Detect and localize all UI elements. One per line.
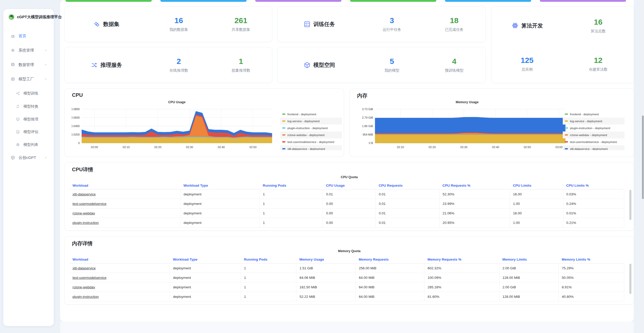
workload-link[interactable]: plugin-instruction — [72, 295, 99, 299]
sidebar-item-9[interactable]: 云创cGPT — [6, 153, 51, 163]
metric-total-instances: 125 总实例 — [492, 56, 563, 72]
column-header[interactable]: CPU Requests % — [439, 182, 510, 189]
svg-text:0: 0 — [78, 141, 80, 145]
table-cell: 1.00 — [510, 218, 563, 227]
legend-item[interactable]: xltl-dataservice - deployment — [280, 145, 342, 150]
sidebar-item-7[interactable]: 模型评估 — [6, 127, 51, 137]
sidebar-item-1[interactable]: 系统管理 — [6, 45, 51, 55]
legend-swatch-icon — [565, 113, 568, 115]
column-header[interactable]: Memory Requests — [356, 255, 424, 263]
cpu-chart-legend: frontend - deploymentlog-service - deplo… — [280, 111, 342, 150]
table-cell: 1 — [260, 218, 323, 227]
table-cell: 64.00 MiB — [356, 282, 424, 292]
legend-item[interactable]: plugin-instruction - deployment — [280, 125, 342, 131]
legend-item[interactable]: plugin-instruction - deployment — [563, 125, 624, 131]
model-space-icon — [303, 61, 311, 69]
table-cell: 1 — [260, 208, 323, 218]
column-header[interactable]: CPU Limits — [510, 182, 563, 189]
sidebar-item-8[interactable]: 模型列表 — [6, 140, 51, 149]
legend-item[interactable]: frontend - deployment — [563, 111, 624, 118]
column-header[interactable]: Memory Usage — [296, 255, 356, 263]
table-cell: 75.29% — [559, 263, 624, 273]
svg-text:02:40: 02:40 — [492, 146, 499, 149]
table-cell: 0.01 — [376, 199, 439, 208]
table-row: xltl-dataservicedeployment11.51 GiB256.0… — [69, 263, 624, 273]
card-accent-bar — [160, 0, 247, 2]
svg-text:02:50: 02:50 — [524, 146, 531, 149]
sidebar-item-4[interactable]: 模型训练 — [6, 88, 51, 98]
column-header[interactable]: CPU Limits % — [563, 182, 624, 189]
workload-link[interactable]: plugin-instruction — [72, 221, 99, 225]
column-header[interactable]: Memory Limits % — [559, 255, 624, 263]
sidebar-item-6[interactable]: 模型推理 — [6, 114, 51, 124]
cpu-chart-title: CPU Usage — [82, 100, 272, 104]
legend-item[interactable]: test-usermodelservice - deployment — [563, 138, 624, 145]
window-scrollbar-thumb[interactable] — [642, 116, 644, 199]
table-cell: 64.00 MiB — [356, 292, 424, 301]
memory-quota-title: Memory Quota — [65, 249, 634, 253]
legend-swatch-icon — [565, 120, 568, 122]
column-header[interactable]: CPU Usage — [323, 182, 376, 189]
legend-item[interactable]: test-usermodelservice - deployment — [280, 138, 342, 145]
card-accent-bar — [445, 0, 531, 2]
memory-table-scrollbar[interactable] — [629, 264, 631, 294]
table-cell: 1.00 — [510, 199, 563, 208]
table-cell: deployment — [180, 208, 260, 218]
column-header[interactable]: Workload — [69, 182, 180, 189]
legend-item[interactable]: rclone-webdav - deployment — [280, 131, 342, 138]
sidebar-item-label: 数据管理 — [19, 62, 34, 67]
legend-item[interactable]: log-service - deployment — [280, 118, 342, 125]
table-cell: 1 — [260, 199, 323, 208]
sidebar-item-5[interactable]: 模型转换 — [6, 101, 51, 111]
cpu-table-scrollbar[interactable] — [629, 190, 631, 220]
table-cell: 0.01 — [323, 189, 376, 199]
table-cell: deployment — [180, 189, 260, 199]
table-cell: 2.00 GiB — [499, 282, 559, 292]
workload-link[interactable]: test-usermodelservice — [72, 202, 106, 206]
memory-chart-card: 内存 Memory Usage 0 B954 MiB1.86 GiB2.79 G… — [350, 88, 634, 157]
table-row: xltl-dataservicedeployment10.010.0152.30… — [69, 189, 624, 199]
table-cell: 23.99% — [439, 199, 510, 208]
sidebar-item-3[interactable]: 模型工厂 — [6, 74, 51, 84]
column-header[interactable]: Workload Type — [170, 255, 241, 263]
legend-item[interactable]: xltl-dataservice - deployment — [563, 145, 624, 150]
table-cell: 1 — [241, 292, 296, 301]
column-header[interactable]: Memory Limits — [499, 255, 559, 263]
column-header[interactable]: Memory Requests % — [424, 255, 499, 263]
sidebar-item-label: 模型工厂 — [19, 77, 34, 82]
cpu-details-card: CPU详情 CPU Quota WorkloadWorkload TypeRun… — [65, 162, 634, 231]
workload-link[interactable]: rclone-webdav — [72, 211, 95, 215]
sidebar-item-2[interactable]: 数据管理 — [6, 60, 51, 70]
inference-service-card-header: 推理服务 — [65, 61, 148, 69]
sidebar-item-0[interactable]: 首页 — [6, 31, 51, 41]
workload-link[interactable]: xltl-dataservice — [72, 192, 96, 196]
legend-item[interactable]: rclone-webdav - deployment — [563, 131, 624, 138]
memory-details-title: 内存详情 — [72, 240, 93, 247]
table-cell: 0.01 — [376, 189, 439, 199]
table-cell: 52.30% — [439, 189, 510, 199]
model-convert-icon — [16, 104, 20, 109]
legend-item[interactable]: frontend - deployment — [280, 111, 342, 118]
memory-quota-table: WorkloadWorkload TypeRunning PodsMemory … — [69, 255, 624, 301]
workload-link[interactable]: xltl-dataservice — [72, 266, 96, 270]
table-cell: 0.21% — [563, 218, 624, 227]
chevron-down-icon — [44, 156, 48, 159]
metric-pretrained-models: 4 预训练模型 — [423, 57, 485, 73]
column-header[interactable]: Workload Type — [180, 182, 260, 189]
column-header[interactable]: CPU Requests — [376, 182, 439, 189]
app-logo-row: cGPT大模型训练推理平台 — [8, 14, 62, 21]
workload-link[interactable]: rclone-webdav — [72, 285, 95, 289]
table-cell: 50.05% — [559, 273, 624, 282]
legend-item[interactable]: log-service - deployment — [563, 118, 624, 125]
svg-text:02:20: 02:20 — [429, 146, 436, 149]
column-header[interactable]: Running Pods — [260, 182, 323, 189]
svg-text:0.0800: 0.0800 — [71, 108, 80, 111]
svg-text:02:30: 02:30 — [460, 146, 468, 149]
dataset-icon — [93, 21, 101, 28]
column-header[interactable]: Workload — [69, 255, 170, 263]
svg-text:954 MiB: 954 MiB — [363, 133, 373, 136]
workload-link[interactable]: test-usermodelservice — [72, 276, 106, 280]
card-accent-bar — [255, 0, 341, 2]
cpu-chart-card: CPU CPU Usage 00.02000.04000.06000.08000… — [65, 88, 344, 157]
column-header[interactable]: Running Pods — [241, 255, 296, 263]
